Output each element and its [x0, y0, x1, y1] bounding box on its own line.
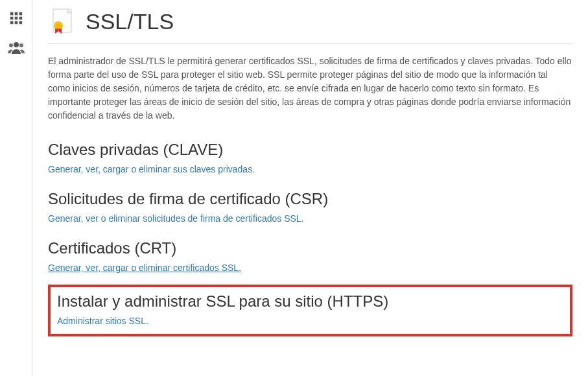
- svg-point-11: [19, 43, 23, 47]
- svg-point-9: [14, 42, 19, 47]
- section-title-install: Instalar y administrar SSL para su sitio…: [57, 292, 563, 311]
- users-icon[interactable]: [5, 36, 28, 60]
- svg-rect-3: [10, 17, 13, 20]
- svg-rect-0: [10, 12, 13, 16]
- page-description: El administrador de SSL/TLS le permitirá…: [48, 54, 572, 123]
- svg-rect-7: [14, 21, 18, 25]
- ssl-certificate-icon: [48, 6, 76, 37]
- section-title-crt: Certificados (CRT): [48, 239, 572, 257]
- section-title-csr: Solicitudes de firma de certificado (CSR…: [48, 190, 572, 208]
- svg-rect-1: [14, 12, 18, 16]
- page-header: SSL/TLS: [48, 6, 572, 44]
- page-title: SSL/TLS: [86, 9, 174, 34]
- apps-icon[interactable]: [5, 6, 28, 30]
- link-private-keys[interactable]: Generar, ver, cargar o eliminar sus clav…: [48, 164, 255, 174]
- highlight-install-ssl: Instalar y administrar SSL para su sitio…: [48, 285, 572, 336]
- svg-rect-2: [19, 12, 22, 16]
- svg-rect-8: [19, 21, 22, 25]
- section-title-private-keys: Claves privadas (CLAVE): [48, 141, 572, 159]
- left-sidebar: [0, 0, 32, 376]
- svg-rect-5: [19, 17, 22, 20]
- main-content: SSL/TLS El administrador de SSL/TLS le p…: [32, 0, 588, 376]
- link-csr[interactable]: Generar, ver o eliminar solicitudes de f…: [48, 213, 304, 224]
- svg-rect-6: [10, 21, 13, 25]
- svg-point-10: [9, 43, 13, 47]
- link-crt[interactable]: Generar, ver, cargar o eliminar certific…: [48, 263, 241, 273]
- link-install-ssl[interactable]: Administrar sitios SSL.: [57, 316, 148, 326]
- svg-rect-4: [14, 17, 18, 20]
